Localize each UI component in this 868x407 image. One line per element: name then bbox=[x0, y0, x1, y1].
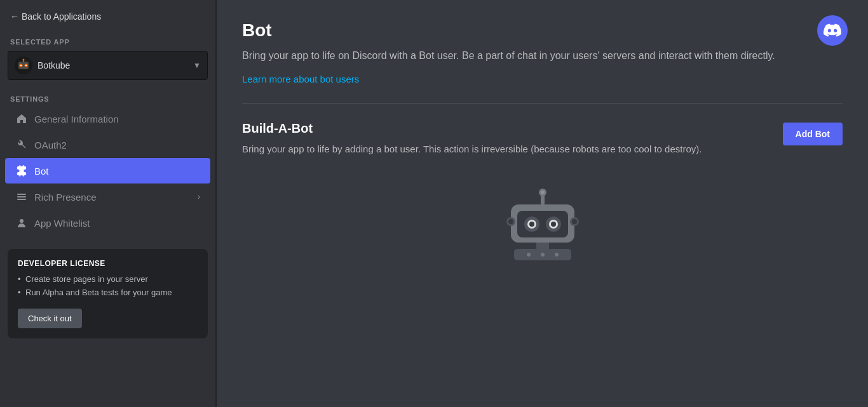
svg-point-7 bbox=[23, 59, 25, 61]
app-selector[interactable]: Botkube ▼ bbox=[8, 51, 208, 80]
dropdown-arrow-icon: ▼ bbox=[193, 61, 201, 70]
sidebar: ← Back to Applications SELECTED APP Botk… bbox=[0, 0, 216, 407]
build-a-bot-content: Build-A-Bot Bring your app to life by ad… bbox=[242, 121, 768, 157]
back-to-applications-link[interactable]: ← Back to Applications bbox=[0, 0, 215, 33]
sidebar-item-label-app-whitelist: App Whitelist bbox=[34, 218, 90, 229]
sidebar-nav: General Information OAuth2 Bot bbox=[0, 105, 215, 236]
section-divider bbox=[242, 103, 843, 103]
page-title: Bot bbox=[242, 20, 843, 41]
svg-point-27 bbox=[541, 190, 545, 194]
sidebar-item-oauth2[interactable]: OAuth2 bbox=[5, 132, 210, 157]
sidebar-item-label-general-information: General Information bbox=[34, 114, 119, 124]
check-it-out-button[interactable]: Check it out bbox=[18, 309, 82, 328]
svg-point-14 bbox=[541, 253, 545, 257]
sidebar-item-label-rich-presence: Rich Presence bbox=[34, 192, 97, 203]
sidebar-item-app-whitelist[interactable]: App Whitelist bbox=[5, 210, 210, 236]
svg-point-11 bbox=[20, 219, 24, 223]
svg-point-5 bbox=[25, 65, 27, 66]
svg-point-23 bbox=[529, 222, 534, 227]
app-avatar bbox=[15, 57, 32, 74]
sidebar-item-label-oauth2: OAuth2 bbox=[34, 140, 67, 150]
robot-illustration bbox=[242, 176, 843, 277]
svg-point-15 bbox=[555, 253, 559, 257]
svg-rect-10 bbox=[17, 199, 26, 200]
build-a-bot-title: Build-A-Bot bbox=[242, 121, 768, 136]
list-icon bbox=[15, 190, 28, 203]
dev-license-title: DEVELOPER LICENSE bbox=[18, 259, 198, 268]
puzzle-icon bbox=[15, 164, 28, 177]
dev-license-item-1: Create store pages in your server bbox=[18, 274, 198, 284]
page-description: Bring your app to life on Discord with a… bbox=[242, 48, 782, 63]
svg-point-4 bbox=[20, 65, 22, 66]
build-a-bot-description: Bring your app to life by adding a bot u… bbox=[242, 142, 738, 157]
sidebar-item-label-bot: Bot bbox=[34, 166, 49, 177]
sidebar-item-rich-presence[interactable]: Rich Presence › bbox=[5, 184, 210, 210]
person-icon bbox=[15, 217, 28, 229]
dev-license-item-2: Run Alpha and Beta tests for your game bbox=[18, 288, 198, 297]
sidebar-item-general-information[interactable]: General Information bbox=[5, 106, 210, 131]
learn-more-link[interactable]: Learn more about bot users bbox=[242, 74, 359, 84]
home-icon bbox=[15, 112, 28, 125]
svg-point-29 bbox=[508, 219, 513, 224]
settings-label: SETTINGS bbox=[0, 90, 215, 105]
wrench-icon bbox=[15, 138, 28, 151]
sidebar-item-bot[interactable]: Bot bbox=[5, 158, 210, 183]
add-bot-button[interactable]: Add Bot bbox=[783, 123, 843, 145]
dev-license-list: Create store pages in your server Run Al… bbox=[18, 274, 198, 297]
developer-license-card: DEVELOPER LICENSE Create store pages in … bbox=[8, 249, 208, 338]
svg-point-31 bbox=[572, 219, 577, 224]
build-a-bot-section: Build-A-Bot Bring your app to life by ad… bbox=[242, 121, 843, 157]
svg-rect-8 bbox=[17, 194, 26, 195]
app-name: Botkube bbox=[37, 60, 188, 70]
svg-rect-9 bbox=[17, 196, 26, 197]
discord-logo bbox=[817, 15, 848, 46]
main-content: Bot Bring your app to life on Discord wi… bbox=[217, 0, 868, 407]
svg-point-13 bbox=[527, 253, 531, 257]
selected-app-label: SELECTED APP bbox=[0, 33, 215, 48]
svg-point-24 bbox=[551, 222, 556, 227]
chevron-right-icon: › bbox=[198, 192, 200, 201]
